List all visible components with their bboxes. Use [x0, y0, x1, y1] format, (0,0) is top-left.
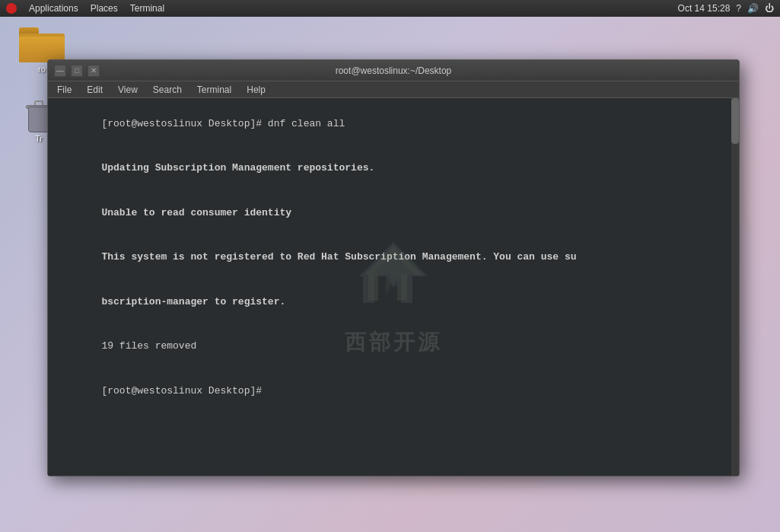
menu-file[interactable]: File	[51, 83, 78, 97]
terminal-title: root@westoslinux:~/Desktop	[100, 65, 687, 76]
power-icon[interactable]: ⏻	[765, 3, 774, 14]
app-icon	[6, 3, 17, 14]
terminal-line-4: This system is not registered to Red Hat…	[101, 251, 576, 263]
taskbar-right: Oct 14 15:28 ? 🔊 ⏻	[678, 3, 774, 14]
terminal-line-1: [root@westoslinux Desktop]# dnf clean al…	[101, 118, 345, 129]
places-menu[interactable]: Places	[91, 3, 118, 14]
menu-view[interactable]: View	[112, 83, 144, 97]
folder-icon-img	[19, 24, 65, 62]
close-button[interactable]: ✕	[88, 65, 100, 77]
terminal-titlebar: — □ ✕ root@westoslinux:~/Desktop	[48, 60, 739, 81]
terminal-body[interactable]: [root@westoslinux Desktop]# dnf clean al…	[48, 98, 739, 476]
terminal-line-6: 19 files removed	[101, 340, 196, 352]
terminal-line-7: [root@westoslinux Desktop]#	[101, 385, 267, 397]
terminal-window: — □ ✕ root@westoslinux:~/Desktop File Ed…	[47, 59, 740, 476]
desktop: ro Tr — □ ✕ root@westoslinux:~/Desktop F…	[0, 17, 780, 532]
terminal-line-2: Updating Subscription Management reposit…	[101, 162, 374, 174]
folder-label: ro	[38, 65, 46, 74]
trash-label: Tr	[35, 134, 43, 143]
menu-search[interactable]: Search	[147, 83, 188, 97]
terminal-scrollbar[interactable]	[731, 98, 739, 476]
menu-terminal[interactable]: Terminal	[191, 83, 237, 97]
terminal-line-5: bscription-manager to register.	[101, 296, 285, 307]
terminal-line-3: Unable to read consumer identity	[101, 207, 291, 218]
applications-menu[interactable]: Applications	[29, 3, 78, 14]
datetime-label: Oct 14 15:28	[678, 3, 731, 14]
scroll-thumb[interactable]	[731, 98, 739, 144]
menu-help[interactable]: Help	[240, 83, 272, 97]
terminal-menubar: File Edit View Search Terminal Help	[48, 81, 739, 98]
maximize-button[interactable]: □	[71, 65, 83, 77]
terminal-content: [root@westoslinux Desktop]# dnf clean al…	[54, 101, 733, 413]
window-controls: — □ ✕	[54, 65, 100, 77]
question-icon: ?	[736, 3, 741, 14]
terminal-menu[interactable]: Terminal	[130, 3, 164, 14]
sound-icon: 🔊	[747, 3, 759, 14]
minimize-button[interactable]: —	[54, 65, 66, 77]
taskbar-left: Applications Places Terminal	[6, 3, 164, 14]
taskbar: Applications Places Terminal Oct 14 15:2…	[0, 0, 780, 17]
menu-edit[interactable]: Edit	[81, 83, 109, 97]
